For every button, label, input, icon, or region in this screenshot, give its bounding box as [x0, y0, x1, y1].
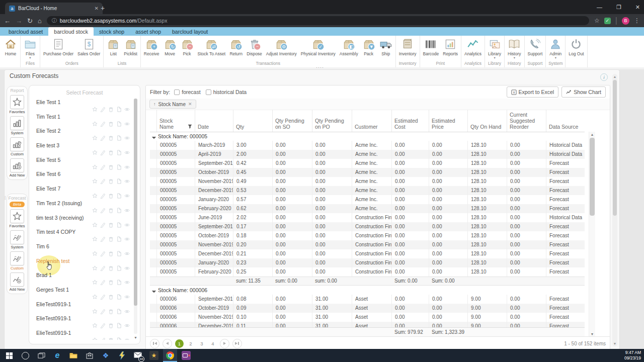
grid-header-stock-name[interactable]: Stock Name	[156, 110, 195, 132]
group-collapse-icon[interactable]	[152, 289, 156, 293]
page-icon[interactable]	[116, 177, 122, 186]
page-icon[interactable]	[116, 206, 122, 215]
star-icon[interactable]	[92, 134, 98, 143]
bookmark-barcloud-stock[interactable]: barcloud stock	[48, 27, 94, 36]
page-icon[interactable]	[116, 336, 122, 340]
taskbar-clock[interactable]: 9:47 AM 09/23/19	[624, 349, 641, 362]
trash-icon[interactable]	[108, 148, 114, 157]
taskbar-recorder-icon[interactable]	[179, 349, 193, 362]
forecast-rail-item-add-new[interactable]: Add New	[10, 273, 25, 292]
star-icon[interactable]	[92, 120, 98, 129]
page-icon[interactable]	[116, 235, 122, 244]
table-row[interactable]: 000005November-20190.490.000.00Acme Inc.…	[150, 177, 585, 186]
table-row[interactable]: 000006October-20190.090.0031.00Asset0.00…	[150, 304, 585, 313]
panel-resize-handle[interactable]: ⁞	[5, 196, 6, 201]
table-row[interactable]: 000005June-20192.020.000.00Construction …	[150, 213, 585, 222]
trash-icon[interactable]	[108, 120, 114, 129]
star-icon[interactable]	[92, 307, 98, 316]
page-icon[interactable]	[116, 163, 122, 172]
ribbon-button-pack[interactable]: ▼Pack	[360, 37, 377, 60]
pencil-icon[interactable]	[100, 206, 106, 215]
taskbar-edge-icon[interactable]: e	[50, 349, 64, 362]
profile-avatar[interactable]: B	[622, 17, 629, 25]
forecast-list-item-elie-test-5[interactable]: Elie Test 5	[32, 156, 131, 171]
table-row[interactable]: 000005December-20190.530.000.00Acme Inc.…	[150, 186, 585, 195]
bookmark-asset-shop[interactable]: asset shop	[130, 27, 167, 36]
pencil-icon[interactable]	[100, 264, 106, 273]
page-number-2[interactable]: 2	[187, 341, 195, 346]
table-row[interactable]: 000005October-20190.450.000.00Acme Inc.0…	[150, 168, 585, 177]
ribbon-button-stock-to-asset[interactable]: ⇄Stock To Asset	[196, 37, 228, 60]
show-chart-button[interactable]: Show Chart	[561, 86, 606, 98]
filter-checkbox-forecast[interactable]: forecast	[174, 89, 200, 95]
forecast-list-item-brad-1[interactable]: Brad 1	[32, 272, 131, 286]
trash-icon[interactable]	[108, 321, 114, 330]
group-collapse-icon[interactable]	[152, 135, 156, 139]
back-icon[interactable]: ←	[4, 18, 11, 24]
trash-icon[interactable]	[108, 192, 114, 201]
taskbar-file-explorer-icon[interactable]	[66, 349, 80, 362]
pencil-icon[interactable]	[100, 293, 106, 302]
table-row[interactable]: 000005January-20200.570.000.00Acme Inc.0…	[150, 195, 585, 204]
browser-tab[interactable]: a BarCloud - Home ✕	[5, 3, 103, 14]
forecast-list-item-elie-test-2[interactable]: Elie Test 2	[32, 127, 131, 142]
ribbon-button-physical-inventory[interactable]: ✓Physical Inventory	[299, 37, 338, 60]
ribbon-button-library[interactable]: Library▾	[486, 37, 503, 60]
grid-header-estimated-price[interactable]: Estimated Price	[429, 110, 467, 132]
pencil-icon[interactable]	[100, 120, 106, 129]
sort-asc-icon[interactable]: ↑	[153, 102, 156, 107]
eye-icon[interactable]	[124, 249, 130, 258]
trash-icon[interactable]	[108, 249, 114, 258]
adblock-extension-icon[interactable]: ✓	[604, 18, 611, 24]
group-chip-stock-name[interactable]: ↑ Stock Name ✕	[149, 100, 196, 109]
page-icon[interactable]	[116, 120, 122, 129]
pencil-icon[interactable]	[100, 221, 106, 230]
eye-icon[interactable]	[124, 221, 130, 230]
ribbon-button-support[interactable]: Support	[526, 37, 545, 60]
scroll-down-icon[interactable]: ▼	[589, 332, 595, 336]
taskbar-mail-icon[interactable]: 44	[131, 349, 145, 362]
eye-icon[interactable]	[124, 105, 130, 114]
ribbon-button-adjust-inventory[interactable]: ⚙Adjust Inventory	[264, 37, 299, 60]
ribbon-button-list[interactable]: List	[105, 37, 122, 60]
eye-icon[interactable]	[124, 177, 130, 186]
forecast-list-item-replenish-test[interactable]: Replenish test	[32, 257, 131, 272]
report-rail-item-custom[interactable]: Custom	[10, 137, 24, 156]
forecast-list-item-elie-test-6[interactable]: Elie Test 6	[32, 170, 131, 185]
page-icon[interactable]	[116, 148, 122, 157]
eye-icon[interactable]	[124, 206, 130, 215]
star-icon[interactable]	[92, 206, 98, 215]
ribbon-button-log-out[interactable]: Log Out	[567, 37, 586, 65]
table-row[interactable]: 000005December-20190.210.000.00Construct…	[150, 249, 585, 258]
page-icon[interactable]	[116, 221, 122, 230]
ribbon-button-home[interactable]: Home	[2, 37, 19, 65]
forecast-list-item-tim-test-3-receiving[interactable]: tim test 3 (receiving)	[32, 214, 131, 229]
grid-header-qty-pending-on-po[interactable]: Qty Pending on PO	[312, 110, 352, 132]
checkbox-historical-data[interactable]	[206, 89, 211, 95]
eye-icon[interactable]	[124, 163, 130, 172]
trash-icon[interactable]	[108, 105, 114, 114]
ribbon-button-pick[interactable]: −Pick	[179, 37, 196, 60]
ribbon-button-analytics[interactable]: Analytics	[462, 37, 484, 60]
new-tab-button[interactable]: +	[101, 3, 105, 13]
grid-header-qty[interactable]: Qty	[233, 110, 272, 132]
table-row[interactable]: 000005September-20190.170.000.00Construc…	[150, 222, 585, 231]
pencil-icon[interactable]	[100, 235, 106, 244]
scroll-up-icon[interactable]: ▲	[589, 133, 595, 136]
star-icon[interactable]	[92, 148, 98, 157]
page-icon[interactable]	[116, 105, 122, 114]
star-icon[interactable]	[92, 293, 98, 302]
taskbar-start-icon[interactable]	[2, 349, 16, 362]
ribbon-button-return[interactable]: ↺Return	[227, 37, 245, 60]
page-info-icon[interactable]: ⓘ	[52, 17, 57, 24]
eye-icon[interactable]	[124, 235, 130, 244]
page-icon[interactable]	[116, 321, 122, 330]
grid-header-current-suggested-reorder[interactable]: Current Suggested Reorder	[507, 110, 546, 132]
star-icon[interactable]	[92, 105, 98, 114]
ribbon-button-history[interactable]: History▾	[506, 37, 523, 60]
taskbar-store-icon[interactable]	[83, 349, 97, 362]
eye-icon[interactable]	[124, 134, 130, 143]
trash-icon[interactable]	[108, 307, 114, 316]
taskbar-task-view-icon[interactable]	[34, 349, 48, 362]
page-number-3[interactable]: 3	[198, 341, 206, 346]
